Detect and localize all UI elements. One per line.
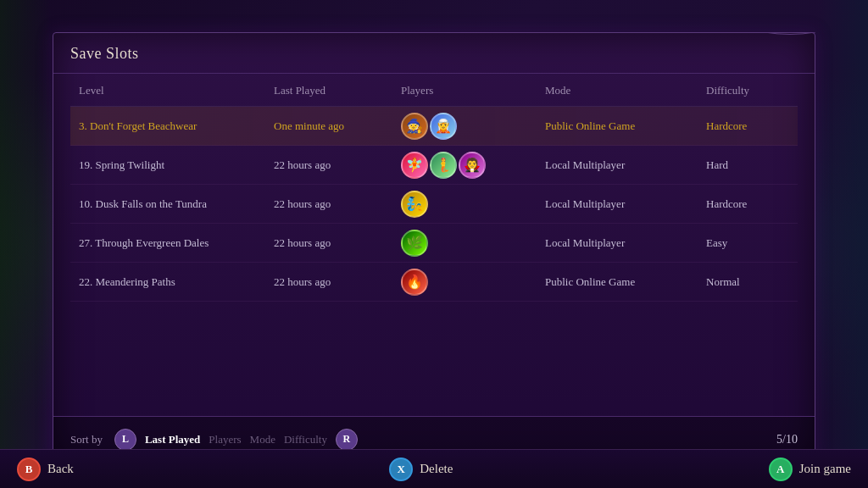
back-label: Back: [47, 462, 74, 476]
row-level: 10. Dusk Falls on the Tundra: [79, 197, 274, 211]
row-difficulty: Hardcore: [706, 197, 789, 211]
player-avatar: 🧝: [430, 113, 457, 140]
sort-option-difficulty[interactable]: Difficulty: [284, 433, 327, 446]
content-area: Level Last Played Players Mode Difficult…: [53, 74, 815, 302]
table-row[interactable]: 22. Meandering Paths22 hours ago🔥Public …: [70, 263, 798, 302]
row-level: 27. Through Evergreen Dales: [79, 236, 274, 250]
table-row[interactable]: 27. Through Evergreen Dales22 hours ago🌿…: [70, 224, 798, 263]
row-difficulty: Easy: [706, 236, 789, 250]
sort-option-players[interactable]: Players: [209, 433, 241, 446]
table-body: 3. Don't Forget BeachwearOne minute ago🧙…: [70, 107, 798, 302]
header-players: Players: [401, 84, 545, 97]
side-decoration-right: [817, 0, 868, 488]
delete-label: Delete: [420, 462, 453, 476]
sort-right-button[interactable]: R: [336, 429, 358, 451]
row-mode: Local Multiplayer: [545, 197, 706, 211]
delete-icon: X: [389, 458, 413, 481]
table-row[interactable]: 10. Dusk Falls on the Tundra22 hours ago…: [70, 185, 798, 224]
header-mode: Mode: [545, 84, 706, 97]
row-lastplayed: 22 hours ago: [274, 158, 401, 172]
header-difficulty: Difficulty: [706, 84, 789, 97]
row-difficulty: Normal: [706, 275, 789, 289]
join-icon: A: [769, 458, 793, 481]
row-players: 🔥: [401, 269, 545, 296]
row-difficulty: Hardcore: [706, 119, 789, 133]
row-lastplayed: 22 hours ago: [274, 275, 401, 289]
table-header: Level Last Played Players Mode Difficult…: [70, 74, 798, 107]
row-mode: Local Multiplayer: [545, 158, 706, 172]
row-lastplayed: 22 hours ago: [274, 197, 401, 211]
panel-title: Save Slots: [70, 45, 139, 62]
sort-left-button[interactable]: L: [114, 429, 136, 451]
row-players: 🧙🧝: [401, 113, 545, 140]
row-mode: Local Multiplayer: [545, 236, 706, 250]
player-avatar: 🧜: [430, 152, 457, 179]
join-label: Join game: [799, 462, 851, 476]
header-lastplayed: Last Played: [274, 84, 401, 97]
player-avatar: 🌿: [401, 230, 428, 257]
sort-label: Sort by: [70, 433, 103, 446]
table-row[interactable]: 19. Spring Twilight22 hours ago🧚🧜🧛Local …: [70, 146, 798, 185]
player-avatar: 🧞: [401, 191, 428, 218]
row-lastplayed: 22 hours ago: [274, 236, 401, 250]
row-mode: Public Online Game: [545, 119, 706, 133]
back-icon: B: [17, 458, 41, 481]
table-row[interactable]: 3. Don't Forget BeachwearOne minute ago🧙…: [70, 107, 798, 146]
player-avatar: 🧙: [401, 113, 428, 140]
row-mode: Public Online Game: [545, 275, 706, 289]
player-avatar: 🧚: [401, 152, 428, 179]
main-panel: Save Slots Level Last Played Players Mod…: [53, 32, 815, 463]
row-level: 3. Don't Forget Beachwear: [79, 119, 274, 133]
delete-button[interactable]: X Delete: [389, 458, 453, 481]
footer-bar: B Back X Delete A Join game: [0, 449, 868, 488]
back-button[interactable]: B Back: [17, 458, 74, 481]
sort-section: Sort by L Last Played Players Mode Diffi…: [70, 429, 358, 451]
title-bar: Save Slots: [53, 33, 815, 74]
row-lastplayed: One minute ago: [274, 119, 401, 133]
row-players: 🧚🧜🧛: [401, 152, 545, 179]
side-decoration-left: [0, 0, 51, 488]
row-level: 19. Spring Twilight: [79, 158, 274, 172]
join-button[interactable]: A Join game: [769, 458, 851, 481]
row-level: 22. Meandering Paths: [79, 275, 274, 289]
page-count: 5/10: [776, 433, 798, 446]
header-level: Level: [79, 84, 274, 97]
row-difficulty: Hard: [706, 158, 789, 172]
row-players: 🧞: [401, 191, 545, 218]
sort-option-lastplayed[interactable]: Last Played: [145, 433, 200, 446]
sort-option-mode[interactable]: Mode: [250, 433, 275, 446]
row-players: 🌿: [401, 230, 545, 257]
player-avatar: 🧛: [459, 152, 486, 179]
player-avatar: 🔥: [401, 269, 428, 296]
